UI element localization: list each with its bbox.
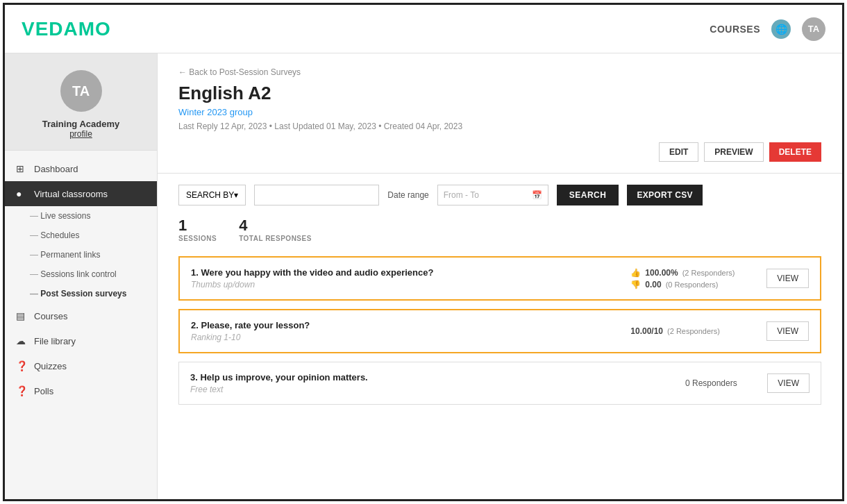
sidebar-item-label-courses: Courses (34, 311, 67, 321)
sidebar-profile: TA Training Academy profile (5, 53, 157, 151)
sidebar-sub-schedules[interactable]: Schedules (5, 226, 157, 245)
main-layout: TA Training Academy profile ⊞ Dashboard … (5, 53, 842, 499)
preview-button[interactable]: PREVIEW (704, 142, 763, 162)
rating-responders: (2 Responders) (667, 327, 720, 335)
page-header: Back to Post-Session Surveys English A2 … (158, 53, 842, 131)
thumbs-up-icon: 👍 (630, 268, 641, 278)
page-actions: EDIT PREVIEW DELETE (158, 142, 842, 173)
rating-value: 10.00/10 (630, 326, 663, 336)
search-button[interactable]: SEARCH (557, 185, 619, 205)
survey-left-1: 1. Were you happy with the video and aud… (191, 267, 628, 289)
content-inner: Back to Post-Session Surveys English A2 … (158, 53, 842, 405)
sessions-label: SESSIONS (178, 235, 217, 242)
export-csv-button[interactable]: EXPORT CSV (627, 185, 702, 205)
responses-count: 4 (239, 217, 312, 235)
survey-question-3: 3. Help us improve, your opinion matters… (190, 372, 629, 383)
survey-stats-1: 👍 100.00% (2 Responders) 👎 0.00 (0 Respo… (630, 268, 755, 289)
group-link[interactable]: Winter 2023 group (178, 107, 821, 117)
thumbup-pct: 100.00% (645, 268, 678, 278)
sidebar-item-dashboard[interactable]: ⊞ Dashboard (5, 156, 157, 181)
stats-row: 1 SESSIONS 4 TOTAL RESPONSES (158, 217, 842, 256)
stat-line-thumbdown: 👎 0.00 (0 Responders) (630, 280, 755, 289)
date-range-input[interactable]: From - To 📅 (437, 185, 548, 205)
view-button-1[interactable]: VIEW (766, 269, 809, 288)
breadcrumb[interactable]: Back to Post-Session Surveys (178, 67, 821, 77)
courses-nav-link[interactable]: COURSES (710, 24, 760, 35)
survey-subtype-3: Free text (190, 385, 629, 394)
sidebar-item-polls[interactable]: ❓ Polls (5, 378, 157, 403)
search-bar: SEARCH BY▾ Date range From - To 📅 SEARCH… (158, 185, 842, 217)
survey-question-2: 2. Please, rate your lesson? (191, 320, 628, 330)
survey-subtype-2: Ranking 1-10 (191, 333, 628, 342)
sidebar-sub-post-session-surveys[interactable]: Post Session surveys (5, 284, 157, 303)
courses-icon: ▤ (16, 310, 27, 321)
delete-button[interactable]: DELETE (769, 142, 821, 162)
responses-stat: 4 TOTAL RESPONSES (239, 217, 312, 242)
sidebar-item-label-quizzes: Quizzes (34, 361, 67, 371)
virtual-classrooms-icon: ● (16, 188, 27, 199)
search-input[interactable] (254, 185, 379, 205)
sidebar-item-label-file-library: File library (34, 336, 76, 346)
meta-info: Last Reply 12 Apr, 2023 • Last Updated 0… (178, 121, 821, 131)
stat-line-thumbup: 👍 100.00% (2 Responders) (630, 268, 755, 278)
sidebar-nav: ⊞ Dashboard ● Virtual classrooms Live se… (5, 151, 157, 499)
thumbdown-pct: 0.00 (645, 280, 661, 289)
survey-question-1: 1. Were you happy with the video and aud… (191, 267, 628, 278)
view-button-3[interactable]: VIEW (767, 373, 810, 393)
header: VEDAMO COURSES 🌐 TA (5, 5, 842, 53)
survey-left-2: 2. Please, rate your lesson? Ranking 1-1… (191, 320, 628, 342)
logo: VEDAMO (22, 18, 111, 40)
content-area: Back to Post-Session Surveys English A2 … (158, 53, 842, 499)
avatar: TA (60, 70, 102, 112)
sidebar-item-label-polls: Polls (34, 386, 53, 396)
header-right: COURSES 🌐 TA (710, 17, 825, 41)
survey-right-1: 👍 100.00% (2 Responders) 👎 0.00 (0 Respo… (628, 268, 809, 289)
survey-item-2: 2. Please, rate your lesson? Ranking 1-1… (178, 309, 821, 353)
thumbdown-responders: (0 Responders) (666, 280, 719, 289)
thumbup-responders: (2 Responders) (682, 269, 735, 277)
survey-item-3: 3. Help us improve, your opinion matters… (178, 362, 821, 405)
sidebar-sub-live-sessions[interactable]: Live sessions (5, 206, 157, 226)
sessions-count: 1 (178, 217, 217, 235)
survey-subtype-1: Thumbs up/down (191, 280, 628, 289)
sidebar: TA Training Academy profile ⊞ Dashboard … (5, 53, 158, 499)
sidebar-item-quizzes[interactable]: ❓ Quizzes (5, 353, 157, 378)
view-button-2[interactable]: VIEW (766, 321, 809, 341)
search-by-button[interactable]: SEARCH BY▾ (178, 185, 246, 205)
page-title: English A2 (178, 83, 821, 104)
calendar-icon: 📅 (532, 190, 542, 200)
survey-item-1: 1. Were you happy with the video and aud… (178, 256, 821, 301)
sidebar-sub-sessions-link-control[interactable]: Sessions link control (5, 264, 157, 284)
survey-stats-2: 10.00/10 (2 Responders) (630, 326, 755, 336)
survey-left-3: 3. Help us improve, your opinion matters… (190, 372, 629, 394)
sidebar-item-courses[interactable]: ▤ Courses (5, 303, 157, 328)
sidebar-username: Training Academy (42, 119, 120, 129)
dashboard-icon: ⊞ (16, 163, 27, 174)
file-library-icon: ☁ (16, 335, 27, 346)
sidebar-item-file-library[interactable]: ☁ File library (5, 328, 157, 353)
sidebar-sub-permanent-links[interactable]: Permanent links (5, 245, 157, 264)
responses-label: TOTAL RESPONSES (239, 235, 312, 242)
sidebar-item-label-vc: Virtual classrooms (34, 189, 108, 199)
quizzes-icon: ❓ (16, 360, 27, 371)
thumbs-down-icon: 👎 (630, 280, 641, 289)
survey-right-3: 0 Responders VIEW (629, 373, 810, 393)
date-placeholder: From - To (444, 190, 479, 200)
stat-line-rating: 10.00/10 (2 Responders) (630, 326, 755, 336)
sessions-stat: 1 SESSIONS (178, 217, 217, 242)
user-avatar-header[interactable]: TA (802, 17, 825, 41)
polls-icon: ❓ (16, 385, 27, 396)
language-icon[interactable]: 🌐 (771, 19, 791, 39)
sidebar-profile-link[interactable]: profile (69, 129, 92, 139)
date-range-label: Date range (387, 190, 428, 200)
sidebar-item-virtual-classrooms[interactable]: ● Virtual classrooms (5, 181, 157, 206)
sidebar-item-label-dashboard: Dashboard (34, 164, 78, 174)
edit-button[interactable]: EDIT (659, 142, 698, 162)
survey-right-2: 10.00/10 (2 Responders) VIEW (628, 321, 809, 341)
plain-responders-3: 0 Responders (666, 378, 756, 388)
survey-list: 1. Were you happy with the video and aud… (158, 256, 842, 405)
separator (158, 173, 842, 174)
